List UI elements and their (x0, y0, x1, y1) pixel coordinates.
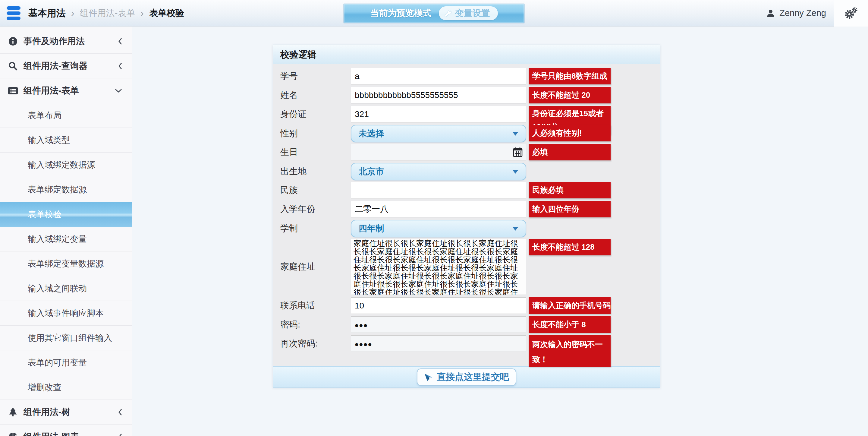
validation-form: 学号 学号只能由8数字组成 姓名 长度不能超过 20 身份证 身份证必须是15或… (273, 64, 660, 352)
chevron-left-icon (118, 408, 123, 416)
pie-chart-icon (8, 432, 18, 436)
breadcrumb-separator: › (141, 7, 144, 19)
submit-button[interactable]: 直接点这里提交吧 (417, 369, 516, 386)
field-label: 学制 (273, 220, 351, 237)
calendar-icon[interactable] (513, 147, 523, 158)
field-label: 入学年份 (273, 201, 351, 217)
variable-settings-label: 变量设置 (455, 7, 490, 19)
birthplace-select[interactable]: 北京市 (351, 163, 526, 180)
form-row-student-id: 学号 学号只能由8数字组成 (273, 68, 660, 84)
field-label: 性别 (273, 125, 351, 142)
validation-error: 必填 (529, 144, 611, 161)
breadcrumb-separator: › (71, 7, 74, 19)
schooling-length-select-value: 四年制 (359, 223, 384, 234)
top-header: 基本用法 › 组件用法-表单 › 表单校验 当前为预览模式 变量设置 Zenny… (0, 0, 868, 27)
preview-mode-text: 当前为预览模式 (370, 7, 432, 19)
sidebar-subitem-input-types[interactable]: 输入域类型 (0, 128, 132, 152)
sidebar-subitem-input-linkage[interactable]: 输入域之间联动 (0, 276, 132, 301)
user-name: Zenny Zeng (779, 8, 826, 18)
validation-error: 长度不能小于 8 (529, 316, 611, 333)
field-label: 生日 (273, 144, 351, 161)
breadcrumb-current: 表单校验 (149, 7, 184, 19)
sidebar-subitem-crud[interactable]: 增删改查 (0, 375, 132, 400)
field-label: 民族 (273, 182, 351, 198)
form-row-enrollment-year: 入学年份 输入四位年份 (273, 201, 660, 217)
variable-settings-button[interactable]: 变量设置 (439, 6, 498, 20)
validation-error: 两次输入的密码不一致！ (529, 335, 611, 367)
password-input[interactable] (351, 316, 526, 333)
chevron-left-icon (118, 62, 123, 70)
user-menu[interactable]: Zenny Zeng (766, 8, 826, 18)
sidebar-subitem-form-variable-datasource[interactable]: 表单绑定变量数据源 (0, 252, 132, 276)
name-input[interactable] (351, 87, 526, 104)
enrollment-year-input[interactable] (351, 201, 526, 217)
field-label: 出生地 (273, 163, 351, 180)
id-card-input[interactable] (351, 106, 526, 122)
preview-mode-banner: 当前为预览模式 变量设置 (344, 4, 524, 23)
birthplace-select-value: 北京市 (359, 166, 384, 177)
validation-error: 人必须有性别! (529, 125, 611, 141)
sidebar-item-chart[interactable]: 组件用法-图表 (0, 425, 132, 436)
password-confirm-input[interactable] (351, 335, 526, 352)
chevron-left-icon (118, 37, 123, 46)
hamburger-icon[interactable] (7, 4, 21, 22)
triangle-down-icon (513, 227, 518, 231)
sidebar-subitem-form-datasource[interactable]: 表单绑定数据源 (0, 177, 132, 202)
sidebar-subitem-form-layout[interactable]: 表单布局 (0, 103, 132, 128)
phone-input[interactable] (351, 297, 526, 314)
field-label: 学号 (273, 68, 351, 84)
validation-error: 长度不能超过 128 (529, 239, 611, 255)
panel-title: 校验逻辑 (273, 45, 660, 64)
tree-icon (8, 407, 18, 417)
form-row-ethnicity: 民族 民族必填 (273, 182, 660, 198)
panel-footer: 直接点这里提交吧 (273, 366, 660, 387)
triangle-down-icon (513, 170, 518, 174)
validation-error: 学号只能由8数字组成 (529, 68, 611, 84)
home-address-textarea[interactable]: 家庭住址很长很长家庭住址很长很长家庭住址很长很长家庭住址很长很长家庭住址很长很长… (351, 239, 526, 295)
person-icon (766, 9, 775, 18)
gender-select[interactable]: 未选择 (351, 125, 526, 142)
app-title: 基本用法 (28, 7, 66, 20)
form-row-password: 密码: 长度不能小于 8 (273, 316, 660, 333)
chevron-down-icon (114, 88, 123, 93)
field-label: 身份证 (273, 106, 351, 122)
field-label: 家庭住址 (273, 239, 351, 295)
sidebar-subitem-input-variable[interactable]: 输入域绑定变量 (0, 227, 132, 252)
sidebar-item-form[interactable]: 组件用法-表单 (0, 78, 132, 103)
sidebar-subitem-form-available-vars[interactable]: 表单的可用变量 (0, 350, 132, 375)
sidebar-item-events-actions[interactable]: 事件及动作用法 (0, 29, 132, 54)
validation-error: 长度不能超过 20 (529, 87, 611, 104)
validation-error: 输入四位年份 (529, 201, 611, 217)
ethnicity-input[interactable] (351, 182, 526, 198)
gears-icon (844, 7, 858, 20)
sidebar-subitem-input-datasource[interactable]: 输入域绑定数据源 (0, 152, 132, 177)
form-row-schooling-length: 学制 四年制 (273, 220, 660, 237)
field-label: 姓名 (273, 87, 351, 104)
sidebar-item-tree[interactable]: 组件用法-树 (0, 400, 132, 425)
sidebar-item-query[interactable]: 组件用法-查询器 (0, 54, 132, 78)
validation-error: 民族必填 (529, 182, 611, 198)
validation-panel: 校验逻辑 学号 学号只能由8数字组成 姓名 长度不能超过 20 身份证 身份证必… (273, 45, 660, 388)
settings-button[interactable] (834, 0, 868, 27)
sidebar-subitem-other-window-input[interactable]: 使用其它窗口组件输入 (0, 326, 132, 350)
sidebar-subitem-input-event-script[interactable]: 输入域事件响应脚本 (0, 301, 132, 326)
form-row-phone: 联系电话 请输入正确的手机号码 (273, 297, 660, 314)
field-label: 再次密码: (273, 335, 351, 352)
form-icon (8, 87, 18, 95)
student-id-input[interactable] (351, 68, 526, 84)
header-right: Zenny Zeng (766, 0, 868, 26)
main-content: 校验逻辑 学号 学号只能由8数字组成 姓名 长度不能超过 20 身份证 身份证必… (132, 27, 868, 436)
form-row-birthday: 生日 必填 (273, 144, 660, 161)
wrench-icon (444, 9, 452, 17)
schooling-length-select[interactable]: 四年制 (351, 220, 526, 237)
triangle-down-icon (513, 132, 518, 136)
form-row-home-address: 家庭住址 家庭住址很长很长家庭住址很长很长家庭住址很长很长家庭住址很长很长家庭住… (273, 239, 660, 295)
breadcrumb-parent[interactable]: 组件用法-表单 (80, 7, 135, 19)
birthday-input[interactable] (351, 144, 526, 161)
form-row-birthplace: 出生地 北京市 (273, 163, 660, 180)
sidebar-subitem-form-validation[interactable]: 表单校验 (0, 202, 132, 227)
field-label: 联系电话 (273, 297, 351, 314)
form-row-gender: 性别 未选择 人必须有性别! (273, 125, 660, 142)
sidebar: 事件及动作用法 组件用法-查询器 组件用法-表单 表单布局 输入域类型 输入域绑… (0, 27, 132, 436)
paper-plane-icon (424, 373, 433, 382)
